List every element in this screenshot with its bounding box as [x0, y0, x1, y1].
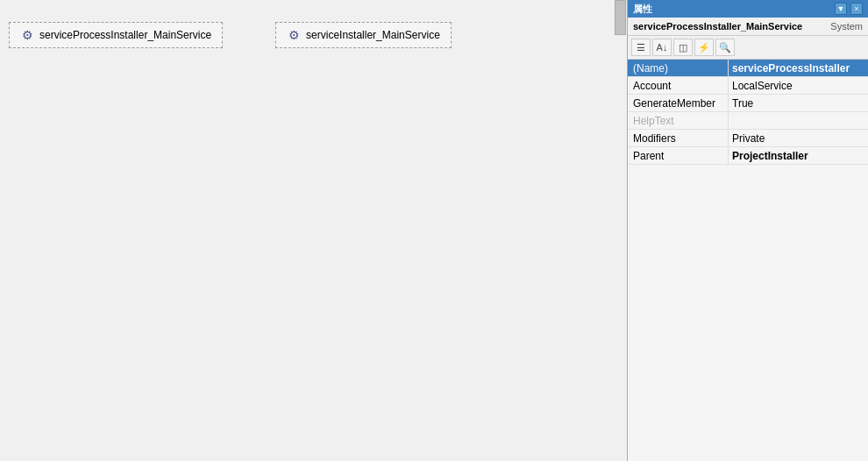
panel-header-title: 属性: [633, 3, 652, 16]
property-value: ProjectInstaller: [729, 147, 868, 164]
events-btn[interactable]: ⚡: [694, 39, 714, 56]
properties-panel: 属性 ▼ × serviceProcessInstaller_MainServi…: [627, 0, 868, 461]
property-value: Private: [729, 130, 868, 146]
property-name: GenerateMember: [628, 95, 729, 111]
property-value: LocalService: [729, 77, 868, 94]
property-row[interactable]: ModifiersPrivate: [628, 130, 868, 147]
categorized-btn[interactable]: ☰: [631, 39, 651, 56]
property-row[interactable]: AccountLocalService: [628, 77, 868, 95]
property-name: HelpText: [628, 112, 729, 129]
property-row[interactable]: GenerateMemberTrue: [628, 95, 868, 112]
properties-toolbar: ☰ A↓ ◫ ⚡ 🔍: [628, 36, 868, 60]
panel-close-button[interactable]: ×: [850, 3, 863, 15]
service-installer-label: serviceInstaller_MainService: [306, 29, 440, 41]
service-installer-icon: ⚙: [287, 28, 301, 42]
property-row[interactable]: ParentProjectInstaller: [628, 147, 868, 165]
property-name: Modifiers: [628, 130, 729, 146]
property-name: Parent: [628, 147, 729, 164]
property-row[interactable]: (Name)serviceProcessInstaller: [628, 60, 868, 77]
service-process-installer-component[interactable]: ⚙ serviceProcessInstaller_MainService: [9, 22, 223, 48]
property-pages-btn[interactable]: ◫: [673, 39, 693, 56]
property-value: serviceProcessInstaller: [729, 60, 868, 76]
property-name: Account: [628, 77, 729, 94]
properties-component-name: serviceProcessInstaller_MainService: [633, 21, 802, 32]
alphabetical-btn[interactable]: A↓: [652, 39, 672, 56]
design-canvas: ⚙ serviceProcessInstaller_MainService ⚙ …: [0, 0, 627, 461]
property-value: [729, 112, 868, 129]
service-process-installer-label: serviceProcessInstaller_MainService: [39, 29, 211, 41]
property-row[interactable]: HelpText: [628, 112, 868, 130]
panel-header: 属性 ▼ ×: [628, 0, 868, 18]
component-tray: ⚙ serviceProcessInstaller_MainService ⚙ …: [9, 22, 452, 48]
properties-title-row: serviceProcessInstaller_MainService Syst…: [628, 18, 868, 36]
property-name: (Name): [628, 60, 729, 76]
service-installer-component[interactable]: ⚙ serviceInstaller_MainService: [275, 22, 452, 48]
service-process-installer-icon: ⚙: [20, 28, 34, 42]
properties-table: (Name)serviceProcessInstallerAccountLoca…: [628, 60, 868, 461]
search-btn[interactable]: 🔍: [715, 39, 735, 56]
property-value: True: [729, 95, 868, 111]
panel-header-controls: ▼ ×: [835, 3, 863, 15]
canvas-scroll-thumb[interactable]: [615, 0, 626, 35]
panel-pin-button[interactable]: ▼: [835, 3, 847, 15]
properties-category: System: [830, 21, 863, 32]
